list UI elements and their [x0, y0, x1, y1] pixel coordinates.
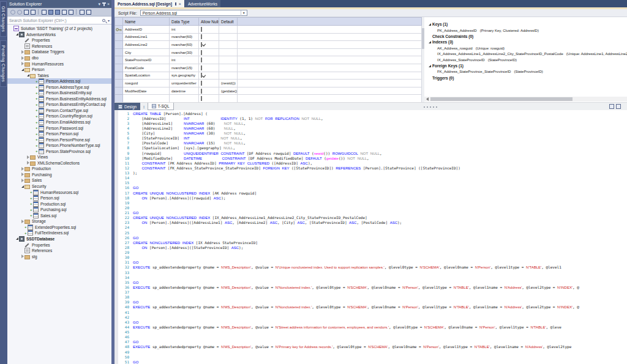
- tree-item-security[interactable]: Security: [7, 184, 111, 190]
- tree-item-references[interactable]: References: [7, 43, 111, 50]
- row-selector[interactable]: [115, 80, 123, 87]
- cell-default[interactable]: [219, 41, 238, 49]
- context-pane-hscrollbar[interactable]: [424, 97, 627, 102]
- tree-item-person-addresstype-sql[interactable]: +Person.AddressType.sql: [7, 84, 111, 90]
- section-triggers[interactable]: Triggers (0): [424, 75, 627, 81]
- cell-name[interactable]: SpatialLocation: [123, 72, 170, 80]
- allow-nulls-checkbox[interactable]: [201, 58, 202, 62]
- cell-data-type[interactable]: int: [170, 56, 199, 64]
- grid-row-addressline1[interactable]: AddressLine1nvarchar(60): [115, 33, 422, 41]
- cell-default[interactable]: [219, 95, 238, 103]
- switch-views-icon[interactable]: [31, 10, 36, 15]
- tree-item-person-personphone-sql[interactable]: +Person.PersonPhone.sql: [7, 136, 111, 143]
- pin-icon[interactable]: [175, 2, 176, 6]
- pending-filter-icon[interactable]: [42, 10, 47, 15]
- chevron-down-icon[interactable]: ▾: [98, 0, 100, 8]
- tab-pending-changes[interactable]: Pending Changes: [0, 40, 7, 87]
- allow-nulls-checkbox[interactable]: [201, 27, 202, 32]
- tree-item-purchasing-sql[interactable]: +Purchasing.sql: [7, 207, 111, 213]
- search-box[interactable]: Search Solution Explorer (Ctrl+;) ▾: [7, 17, 111, 24]
- tree-item-person-businessentitycontact-sql[interactable]: +Person.BusinessEntityContact.sql: [7, 102, 111, 108]
- tree-item-storage[interactable]: Storage: [7, 218, 111, 225]
- home-icon[interactable]: [24, 10, 29, 15]
- section-check-constraints[interactable]: Check Constraints (0): [424, 33, 627, 39]
- close-icon[interactable]: ×: [179, 2, 181, 6]
- pane-item-ak_address_rowguid[interactable]: AK_Address_rowguid(Unique: rowguid): [424, 45, 627, 51]
- tree-item-adventureworks[interactable]: AdventureWorks: [7, 32, 111, 38]
- column-header-name[interactable]: Name: [123, 18, 170, 26]
- allow-nulls-checkbox[interactable]: [201, 89, 202, 94]
- cell-data-type[interactable]: datetime: [170, 87, 199, 95]
- grid-row-modifieddate[interactable]: ModifiedDatedatetime(getdate()): [115, 87, 422, 95]
- row-selector[interactable]: [115, 48, 123, 56]
- tab-adventureworks[interactable]: AdventureWorks: [185, 0, 220, 7]
- tree-item-person-stateprovince-sql[interactable]: +Person.StateProvince.sql: [7, 148, 111, 154]
- tree-item-person[interactable]: Person: [7, 67, 111, 73]
- expander-open-icon[interactable]: [26, 74, 30, 76]
- tree-item-person-phonenumbertype-sql[interactable]: +Person.PhoneNumberType.sql: [7, 143, 111, 149]
- row-selector[interactable]: [115, 33, 123, 41]
- column-header-data-type[interactable]: Data Type: [170, 18, 199, 26]
- cell-data-type[interactable]: uniqueidentifier: [170, 80, 199, 87]
- tree-item-person-person-sql[interactable]: +Person.Person.sql: [7, 131, 111, 137]
- section-foreign-keys[interactable]: Foreign Keys (1): [424, 63, 627, 69]
- preview-selected-items-icon[interactable]: [86, 10, 91, 15]
- allow-nulls-checkbox[interactable]: [201, 50, 202, 55]
- tree-item-ssdtdatabase[interactable]: SSDTDatabase: [7, 236, 111, 242]
- expander-closed-icon[interactable]: [20, 167, 24, 171]
- cell-name[interactable]: AddressID: [123, 26, 170, 34]
- expander-closed-icon[interactable]: [20, 220, 24, 223]
- back-icon[interactable]: [10, 10, 15, 15]
- tab-design[interactable]: Design: [115, 103, 140, 111]
- grid-row-postalcode[interactable]: PostalCodenvarchar(15): [115, 64, 422, 72]
- cell-default[interactable]: [219, 48, 238, 56]
- nest-files-icon[interactable]: [62, 10, 67, 15]
- allow-nulls-checkbox[interactable]: [201, 34, 202, 39]
- pane-item-fk_address_stateprovince_stateprovinceid[interactable]: FK_Address_StateProvince_StateProvinceID…: [424, 69, 627, 75]
- tree-item-xmlschemacollections[interactable]: XMLSchemaCollections: [7, 160, 111, 166]
- cell-data-type[interactable]: nvarchar(60): [170, 33, 199, 41]
- cell-data-type[interactable]: nvarchar(15): [170, 64, 199, 72]
- cell-data-type[interactable]: sys.geography: [170, 72, 199, 80]
- allow-nulls-checkbox[interactable]: [201, 65, 202, 70]
- cell-default[interactable]: (getdate()): [219, 87, 238, 95]
- pane-item-pk_address_addressid[interactable]: PK_Address_AddressID(Primary Key, Cluste…: [424, 28, 627, 34]
- split-vertical-icon[interactable]: [616, 104, 621, 109]
- tree-item-production-sql[interactable]: +Production.sql: [7, 201, 111, 207]
- tree-item-properties[interactable]: Properties: [7, 242, 111, 248]
- cell-default[interactable]: [219, 33, 238, 41]
- tree-item-person-address-sql[interactable]: +Person.Address.sql: [7, 78, 111, 84]
- split-horizontal-icon[interactable]: [609, 104, 614, 109]
- allow-nulls-checkbox[interactable]: [201, 42, 202, 47]
- allow-nulls-checkbox[interactable]: [201, 73, 202, 78]
- cell-name[interactable]: AddressLine1: [123, 33, 170, 41]
- section-indexes[interactable]: Indexes (3): [424, 39, 627, 45]
- expander-closed-icon[interactable]: [20, 173, 24, 176]
- columns-grid[interactable]: NameData TypeAllow NullsDefaultAddressID…: [115, 17, 422, 103]
- grid-row-rowguid[interactable]: rowguiduniqueidentifier(newid()): [115, 80, 422, 87]
- cell-name[interactable]: PostalCode: [123, 64, 170, 72]
- cell-data-type[interactable]: [170, 95, 199, 103]
- row-selector[interactable]: [115, 87, 123, 95]
- properties-icon[interactable]: [80, 10, 84, 15]
- tab-person-address-design[interactable]: Person.Address.sql [Design] ×: [115, 0, 184, 7]
- grid-row-empty[interactable]: [115, 95, 422, 103]
- splitter-handle[interactable]: [424, 106, 437, 108]
- script-file-combobox[interactable]: Person.Address.sql ▼: [140, 10, 247, 16]
- cell-default[interactable]: (newid()): [219, 80, 238, 87]
- grid-row-spatiallocation[interactable]: SpatialLocationsys.geography: [115, 72, 422, 80]
- pane-item-ix_address_addressline1_addressline2_city_stateprovinceid_postalcode[interactable]: IX_Address_AddressLine1_AddressLine2_Cit…: [424, 51, 627, 57]
- scrollbar-thumb[interactable]: [430, 97, 573, 101]
- tab-git-changes[interactable]: Git Changes: [0, 1, 7, 37]
- close-icon[interactable]: ×: [107, 0, 110, 8]
- refresh-icon[interactable]: [55, 10, 60, 15]
- tree-item-sales[interactable]: Sales: [7, 177, 111, 184]
- search-input[interactable]: Search Solution Explorer (Ctrl+;): [9, 18, 102, 23]
- tree-item-tables[interactable]: Tables: [7, 72, 111, 78]
- row-selector[interactable]: [115, 41, 123, 49]
- row-selector[interactable]: [115, 56, 123, 64]
- expander-open-icon[interactable]: [427, 23, 432, 26]
- cell-name[interactable]: rowguid: [123, 80, 170, 87]
- tree-item-person-password-sql[interactable]: +Person.Password.sql: [7, 125, 111, 131]
- tree-item-stg[interactable]: stg: [7, 253, 111, 259]
